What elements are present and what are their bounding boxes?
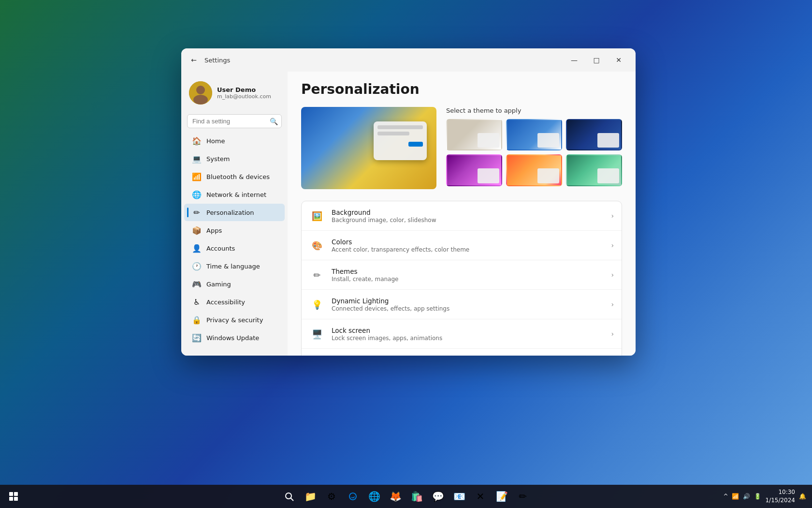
themes-text: ThemesInstall, create, manage (332, 268, 604, 283)
settings-row-text-input[interactable]: ⌨️Text inputTouch keyboard, voice typing… (302, 349, 622, 356)
dynamic-lighting-text: Dynamic LightingConnected devices, effec… (332, 297, 604, 312)
taskbar-outlook[interactable]: 📧 (450, 487, 469, 506)
taskbar-firefox[interactable]: 🦊 (386, 487, 405, 506)
clock-time: 10:30 (765, 488, 795, 496)
theme-preview (301, 107, 436, 189)
start-button[interactable] (4, 487, 23, 506)
settings-row-colors[interactable]: 🎨ColorsAccent color, transparency effect… (302, 231, 622, 260)
sidebar-item-privacy[interactable]: 🔒Privacy & security (184, 311, 285, 329)
taskbar-search[interactable] (279, 487, 299, 506)
taskbar-notepad[interactable]: 📝 (492, 487, 511, 506)
sidebar-item-bluetooth[interactable]: 📶Bluetooth & devices (184, 168, 285, 185)
background-icon: 🖼️ (309, 208, 325, 224)
taskbar-left (0, 487, 23, 506)
svg-point-2 (193, 95, 208, 105)
theme-t1[interactable] (446, 119, 502, 150)
maximize-button[interactable]: □ (585, 52, 608, 68)
taskbar-pen[interactable]: ✏️ (513, 487, 533, 506)
window-controls: — □ ✕ (563, 52, 630, 68)
minimize-button[interactable]: — (563, 52, 585, 68)
theme-mini-window-t4 (478, 168, 499, 183)
search-box: 🔍 (187, 114, 282, 128)
settings-row-themes[interactable]: ✏️ThemesInstall, create, manage› (302, 260, 622, 290)
taskbar-edge[interactable] (343, 487, 362, 506)
lock-screen-subtitle: Lock screen images, apps, animations (332, 335, 604, 342)
sidebar-item-gaming[interactable]: 🎮Gaming (184, 275, 285, 293)
system-clock[interactable]: 10:30 1/15/2024 (765, 488, 795, 505)
back-button[interactable]: ← (187, 53, 201, 67)
theme-mini-window-t1 (478, 133, 499, 148)
preview-button (408, 142, 423, 147)
sidebar-item-accounts[interactable]: 👤Accounts (184, 239, 285, 257)
sidebar-item-personalization[interactable]: ✏️Personalization (184, 204, 285, 221)
background-subtitle: Background image, color, slideshow (332, 217, 604, 224)
taskbar-store[interactable]: 🛍️ (407, 487, 426, 506)
sidebar-item-home[interactable]: 🏠Home (184, 132, 285, 149)
settings-row-lock-screen[interactable]: 🖥️Lock screenLock screen images, apps, a… (302, 319, 622, 349)
sidebar-item-label-system: System (206, 155, 230, 163)
svg-rect-4 (14, 492, 18, 496)
colors-title: Colors (332, 238, 604, 246)
taskbar-chrome[interactable]: 🌐 (364, 487, 384, 506)
lock-screen-title: Lock screen (332, 327, 604, 334)
theme-select-label: Select a theme to apply (446, 107, 622, 114)
theme-t2[interactable] (506, 119, 562, 150)
taskbar-center: 📁 ⚙️ 🌐 🦊 🛍️ 💬 📧 ✕ 📝 ✏️ (279, 487, 533, 506)
taskbar-x[interactable]: ✕ (471, 487, 490, 506)
user-email: m_lab@outlook.com (217, 93, 280, 100)
theme-t6[interactable] (566, 154, 622, 186)
tray-battery[interactable]: 🔋 (754, 493, 761, 500)
sidebar-item-label-personalization: Personalization (206, 209, 254, 216)
desktop: ← Settings — □ ✕ (0, 0, 812, 508)
tray-network[interactable]: 📶 (732, 493, 739, 500)
search-icon[interactable]: 🔍 (270, 118, 278, 125)
tray-volume[interactable]: 🔊 (743, 493, 750, 500)
search-input[interactable] (187, 114, 282, 128)
colors-text: ColorsAccent color, transparency effects… (332, 238, 604, 253)
sidebar-item-label-network: Network & internet (206, 191, 266, 198)
dynamic-lighting-subtitle: Connected devices, effects, app settings (332, 305, 604, 312)
settings-row-dynamic-lighting[interactable]: 💡Dynamic LightingConnected devices, effe… (302, 290, 622, 319)
sidebar-item-network[interactable]: 🌐Network & internet (184, 186, 285, 203)
sidebar-item-time[interactable]: 🕐Time & language (184, 257, 285, 275)
theme-t3[interactable] (566, 119, 622, 150)
theme-mini-window-t6 (597, 168, 619, 183)
sidebar-item-system[interactable]: 💻System (184, 150, 285, 167)
sidebar-item-label-time: Time & language (206, 263, 260, 270)
system-icon: 💻 (192, 154, 202, 164)
colors-chevron: › (611, 241, 614, 249)
theme-mini-window-t2 (537, 133, 559, 148)
theme-t4[interactable] (446, 154, 502, 186)
sidebar-item-accessibility[interactable]: ♿Accessibility (184, 293, 285, 311)
taskbar-settings[interactable]: ⚙️ (322, 487, 341, 506)
sidebar-item-label-bluetooth: Bluetooth & devices (206, 173, 270, 180)
title-bar-left: ← Settings (187, 53, 230, 67)
user-profile[interactable]: User Demo m_lab@outlook.com (181, 75, 288, 112)
dynamic-lighting-title: Dynamic Lighting (332, 297, 604, 305)
theme-t5[interactable] (506, 154, 562, 186)
clock-date: 1/15/2024 (765, 496, 795, 505)
sidebar-item-label-privacy: Privacy & security (206, 316, 263, 324)
page-title: Personalization (301, 81, 622, 97)
network-icon: 🌐 (192, 190, 202, 199)
notification-center[interactable]: 🔔 (799, 493, 806, 500)
apps-icon: 📦 (192, 225, 202, 235)
preview-line-2 (377, 132, 409, 135)
theme-area: Select a theme to apply (301, 107, 622, 189)
show-hidden-icons[interactable]: ^ (723, 493, 728, 500)
sidebar-item-update[interactable]: 🔄Windows Update (184, 329, 285, 346)
theme-select-area: Select a theme to apply (446, 107, 622, 186)
taskbar-teams[interactable]: 💬 (428, 487, 448, 506)
taskbar-file-explorer[interactable]: 📁 (301, 487, 320, 506)
close-button[interactable]: ✕ (608, 52, 630, 68)
sidebar-item-apps[interactable]: 📦Apps (184, 222, 285, 239)
user-info: User Demo m_lab@outlook.com (217, 86, 280, 100)
svg-rect-6 (14, 497, 18, 501)
accounts-icon: 👤 (192, 243, 202, 253)
settings-row-background[interactable]: 🖼️BackgroundBackground image, color, sli… (302, 201, 622, 231)
colors-subtitle: Accent color, transparency effects, colo… (332, 246, 604, 253)
themes-title: Themes (332, 268, 604, 275)
sidebar-item-label-update: Windows Update (206, 334, 259, 342)
background-text: BackgroundBackground image, color, slide… (332, 209, 604, 224)
personalization-icon: ✏️ (192, 208, 202, 217)
